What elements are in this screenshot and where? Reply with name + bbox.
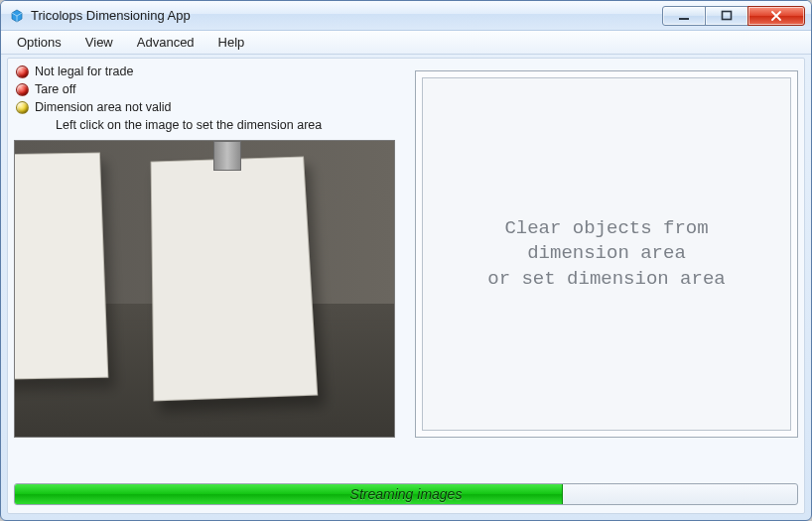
info-message: Clear objects from dimension area or set… bbox=[487, 216, 725, 293]
window-title: Tricolops Dimensioning App bbox=[31, 8, 663, 23]
footer: Streaming images bbox=[14, 473, 798, 505]
progress-bar: Streaming images bbox=[14, 483, 798, 505]
led-red-icon bbox=[16, 83, 29, 96]
status-text: Dimension area not valid bbox=[35, 100, 172, 114]
info-panel-inner: Clear objects from dimension area or set… bbox=[422, 77, 791, 431]
client-area: Not legal for trade Tare off Dimension a… bbox=[7, 58, 805, 514]
app-window: Tricolops Dimensioning App Options View … bbox=[0, 0, 812, 521]
menu-help[interactable]: Help bbox=[208, 33, 255, 52]
panels: Clear objects from dimension area or set… bbox=[14, 140, 798, 473]
svg-rect-2 bbox=[679, 18, 689, 20]
close-button[interactable] bbox=[747, 6, 805, 26]
led-red-icon bbox=[16, 65, 29, 78]
status-text: Tare off bbox=[35, 82, 75, 96]
svg-rect-3 bbox=[723, 11, 732, 19]
minimize-button[interactable] bbox=[662, 6, 706, 26]
progress-label: Streaming images bbox=[350, 486, 463, 502]
camera-feed[interactable] bbox=[14, 140, 395, 438]
menu-view[interactable]: View bbox=[75, 33, 123, 52]
window-controls bbox=[663, 6, 805, 26]
progress-fill bbox=[15, 484, 563, 504]
status-text: Not legal for trade bbox=[35, 65, 133, 78]
led-yellow-icon bbox=[16, 101, 29, 114]
menu-advanced[interactable]: Advanced bbox=[127, 33, 204, 52]
app-icon bbox=[9, 8, 25, 24]
info-panel: Clear objects from dimension area or set… bbox=[415, 70, 798, 438]
titlebar[interactable]: Tricolops Dimensioning App bbox=[1, 1, 811, 31]
maximize-button[interactable] bbox=[705, 6, 748, 26]
hint-text: Left click on the image to set the dimen… bbox=[56, 118, 322, 132]
menu-options[interactable]: Options bbox=[7, 33, 71, 52]
menubar: Options View Advanced Help bbox=[1, 31, 811, 55]
